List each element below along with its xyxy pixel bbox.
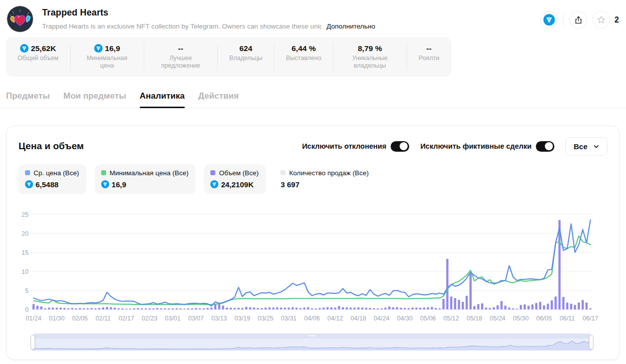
stat-unique-owners: 8,79 % Уникальные владельцы: [334, 44, 407, 70]
svg-text:02/11: 02/11: [96, 315, 111, 322]
ton-diamond-icon: [101, 180, 109, 188]
ton-diamond-icon: [543, 14, 555, 26]
price-volume-chart[interactable]: 051015202501/2401/3002/0502/1102/1702/23…: [19, 208, 607, 330]
navigator-grip-icon: [309, 335, 316, 336]
collection-title: Trapped Hearts: [42, 8, 375, 18]
svg-text:06/11: 06/11: [559, 315, 574, 322]
stat-floor-price: 16,9 Минимальная цена: [71, 44, 144, 70]
navigator-left-handle[interactable]: [31, 335, 35, 349]
svg-text:03/07: 03/07: [188, 315, 204, 322]
floor-price-swatch: [101, 170, 106, 175]
collection-tabs: Предметы Мои предметы Аналитика Действия: [0, 91, 626, 108]
ton-diamond-icon: [20, 44, 29, 53]
toggle-switch-on[interactable]: [391, 141, 409, 152]
navigator-right-handle[interactable]: [589, 335, 593, 349]
share-icon: [574, 16, 583, 25]
svg-text:02/17: 02/17: [119, 315, 134, 322]
svg-text:01/24: 01/24: [26, 315, 41, 322]
ton-diamond-icon: [94, 44, 103, 53]
collection-avatar[interactable]: [7, 6, 33, 32]
chart-range-navigator[interactable]: [33, 333, 591, 350]
legend-volume[interactable]: Объем (Все) 24,2109K: [204, 164, 266, 194]
svg-text:05/30: 05/30: [513, 315, 528, 322]
collection-stats-bar: 25,62K Общий объем 16,9 Минимальная цена…: [6, 37, 451, 77]
chart-legend: Ср. цена (Все) 6,5488 Минимальная цена (…: [19, 164, 607, 194]
svg-text:05/18: 05/18: [467, 315, 482, 322]
svg-text:03/13: 03/13: [211, 315, 227, 322]
toggle-switch-on[interactable]: [536, 141, 554, 152]
tab-my-items[interactable]: Мои предметы: [64, 91, 126, 108]
svg-text:04/24: 04/24: [374, 315, 389, 322]
collection-header: Trapped Hearts Trapped Hearts is an excl…: [0, 0, 626, 33]
legend-floor-price[interactable]: Минимальная цена (Все) 16,9: [95, 164, 196, 194]
svg-text:02/23: 02/23: [142, 315, 157, 322]
ton-currency-button[interactable]: [540, 11, 558, 29]
legend-avg-price[interactable]: Ср. цена (Все) 6,5488: [19, 164, 87, 194]
svg-text:06/05: 06/05: [536, 315, 552, 322]
tab-analytics[interactable]: Аналитика: [140, 91, 185, 108]
svg-text:04/06: 04/06: [304, 315, 320, 322]
stat-best-offer: -- Лучшее предложение: [144, 44, 218, 70]
svg-text:03/19: 03/19: [234, 315, 250, 322]
stat-owners: 624 Владельцы: [218, 44, 274, 70]
svg-text:05/12: 05/12: [443, 315, 459, 322]
navigator-track[interactable]: [33, 333, 591, 338]
svg-text:01/30: 01/30: [49, 315, 65, 322]
more-button[interactable]: Дополнительно: [327, 23, 375, 30]
ton-diamond-icon: [210, 180, 218, 188]
exclude-wash-trades-toggle[interactable]: Исключить фиктивные сделки: [420, 141, 554, 152]
favorite-count: 2: [614, 16, 619, 25]
svg-text:5: 5: [25, 287, 29, 294]
star-icon: [596, 15, 606, 25]
price-volume-card: Цена и объем Исключить отклонения Исключ…: [6, 126, 620, 360]
share-button[interactable]: [569, 11, 587, 29]
svg-text:06/17: 06/17: [582, 315, 598, 322]
legend-sales-count[interactable]: Количество продаж (Все) 3 697: [274, 164, 376, 194]
exclude-outliers-toggle[interactable]: Исключить отклонения: [302, 141, 409, 152]
actions-divider: [563, 14, 564, 27]
svg-text:25: 25: [22, 211, 29, 218]
svg-text:04/12: 04/12: [328, 315, 343, 322]
svg-text:03/31: 03/31: [281, 315, 296, 322]
period-select[interactable]: Все: [565, 137, 607, 156]
svg-text:05/06: 05/06: [420, 315, 436, 322]
svg-text:05/24: 05/24: [490, 315, 505, 322]
svg-text:20: 20: [22, 230, 29, 237]
tab-items[interactable]: Предметы: [6, 91, 50, 108]
stat-royalty: -- Роялти: [407, 44, 452, 70]
svg-text:10: 10: [22, 268, 29, 275]
stat-listed: 6,44 % Выставлено: [274, 44, 334, 70]
trapped-hearts-avatar-image: [7, 6, 33, 32]
svg-text:04/18: 04/18: [351, 315, 366, 322]
svg-text:02/05: 02/05: [72, 315, 88, 322]
tab-activity[interactable]: Действия: [198, 91, 239, 108]
svg-text:04/30: 04/30: [397, 315, 413, 322]
stat-total-volume: 25,62K Общий объем: [6, 44, 71, 70]
volume-swatch: [210, 170, 215, 175]
collection-description: Trapped Hearts is an exclusive NFT colle…: [42, 23, 322, 30]
favorite-button[interactable]: [592, 11, 610, 29]
card-title: Цена и объем: [19, 141, 84, 152]
svg-text:0: 0: [25, 306, 29, 313]
sales-count-swatch: [280, 170, 285, 175]
ton-diamond-icon: [25, 180, 33, 188]
avg-price-swatch: [25, 170, 30, 175]
chevron-down-icon: [593, 143, 599, 150]
svg-text:15: 15: [22, 249, 29, 256]
svg-text:03/25: 03/25: [258, 315, 273, 322]
svg-text:03/01: 03/01: [165, 315, 180, 322]
